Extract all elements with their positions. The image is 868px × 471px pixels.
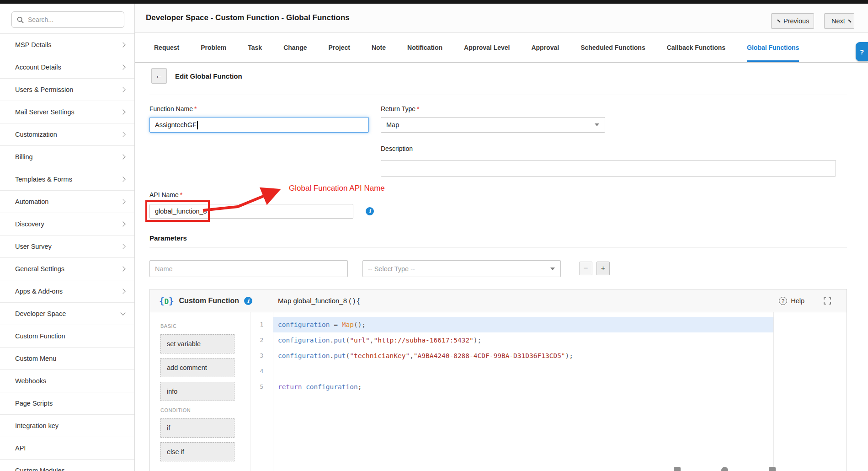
sidebar-item-label: Users & Permission — [15, 86, 121, 93]
remove-parameter-button[interactable]: − — [579, 262, 592, 275]
sidebar-item-billing[interactable]: Billing — [0, 146, 134, 168]
sidebar-item-integration-key[interactable]: Integration key — [0, 415, 134, 437]
tab-approval[interactable]: Approval — [531, 33, 559, 62]
add-parameter-button[interactable]: + — [596, 262, 610, 275]
editor-footer-icon[interactable] — [674, 467, 681, 471]
sidebar-item-users-permission[interactable]: Users & Permission — [0, 79, 134, 101]
sidebar-item-apps-add-ons[interactable]: Apps & Add-ons — [0, 280, 134, 303]
palette-btn-add-comment[interactable]: add comment — [160, 358, 234, 377]
code-line-1[interactable]: configuration = Map(); — [273, 317, 773, 332]
parameter-type-placeholder: -- Select Type -- — [368, 265, 415, 273]
tab-change[interactable]: Change — [283, 33, 307, 62]
help-ribbon-button[interactable]: ? — [856, 42, 868, 61]
sidebar-item-account-details[interactable]: Account Details — [0, 56, 134, 79]
code-token: "A9BA4240-8288-4CDF-99BA-D31D36F13CD5" — [414, 352, 565, 359]
custom-function-info-icon[interactable]: i — [244, 297, 252, 305]
sidebar-item-label: Custom Menu — [15, 355, 125, 362]
previous-button[interactable]: Previous — [771, 13, 814, 29]
description-label: Description — [381, 145, 413, 152]
return-type-select[interactable]: Map — [381, 117, 605, 133]
sidebar-item-mail-server-settings[interactable]: Mail Server Settings — [0, 101, 134, 123]
page-title: Developer Space - Custom Function - Glob… — [146, 13, 350, 22]
sidebar-item-page-scripts[interactable]: Page Scripts — [0, 392, 134, 415]
tab-scheduled-functions[interactable]: Scheduled Functions — [580, 33, 645, 62]
sidebar-item-label: User Survey — [15, 243, 121, 250]
code-token: ); — [474, 337, 481, 344]
tab-global-functions[interactable]: Global Functions — [747, 33, 799, 62]
code-line-2[interactable]: configuration.put("url","http://subha-16… — [273, 332, 773, 348]
tab-task[interactable]: Task — [248, 33, 262, 62]
sidebar-item-customization[interactable]: Customization — [0, 123, 134, 146]
sidebar-item-developer-space[interactable]: Developer Space — [0, 303, 134, 325]
back-button[interactable]: ← — [151, 68, 167, 84]
settings-sidebar: Search... MSP DetailsAccount DetailsUser… — [0, 4, 135, 471]
editor-help-label: Help — [791, 297, 804, 305]
sidebar-item-custom-modules[interactable]: Custom Modules — [0, 460, 134, 471]
parameter-name-input[interactable]: Name — [149, 260, 348, 277]
code-token: "url" — [350, 337, 370, 344]
tab-note[interactable]: Note — [372, 33, 386, 62]
sidebar-item-custom-menu[interactable]: Custom Menu — [0, 348, 134, 370]
code-token: "technicianKey" — [350, 352, 410, 359]
code-editor-area[interactable]: configuration = Map();configuration.put(… — [273, 312, 774, 471]
sidebar-item-general-settings[interactable]: General Settings — [0, 258, 134, 280]
sidebar-item-templates-forms[interactable]: Templates & Forms — [0, 168, 134, 191]
sidebar-item-custom-function[interactable]: Custom Function — [0, 325, 134, 348]
custom-function-icon: {D} — [159, 296, 174, 306]
search-icon — [17, 16, 24, 23]
tab-project[interactable]: Project — [328, 33, 350, 62]
api-name-info-icon[interactable]: i — [366, 207, 374, 215]
palette-btn-set-variable[interactable]: set variable — [160, 334, 234, 353]
fullscreen-expand-icon[interactable] — [824, 297, 831, 305]
palette-btn-info[interactable]: info — [160, 382, 234, 401]
code-line-5[interactable]: return configuration; — [273, 379, 773, 395]
parameters-heading: Parameters — [149, 234, 187, 242]
sidebar-search-input[interactable]: Search... — [11, 11, 124, 28]
function-name-input[interactable]: AssigntechGF — [149, 117, 369, 133]
tab-callback-functions[interactable]: Callback Functions — [667, 33, 725, 62]
editor-footer-icon[interactable] — [769, 467, 776, 471]
palette-btn-else-if[interactable]: else if — [160, 442, 234, 461]
top-browser-strip — [0, 0, 868, 4]
editor-footer-icon[interactable] — [721, 467, 728, 471]
sidebar-item-label: Webhooks — [15, 377, 125, 385]
palette-section-basic: BASIC — [160, 323, 250, 329]
page-header: Developer Space - Custom Function - Glob… — [135, 4, 868, 33]
editor-panel-header: {D} Custom Function i Map global_functio… — [150, 289, 847, 312]
sidebar-item-automation[interactable]: Automation — [0, 191, 134, 213]
sidebar-item-label: General Settings — [15, 265, 121, 273]
next-button-label: Next — [831, 17, 845, 25]
editor-help-button[interactable]: ? Help — [779, 297, 804, 305]
next-button[interactable]: Next — [824, 13, 854, 29]
sidebar-item-label: Integration key — [15, 422, 125, 429]
code-token: = — [330, 321, 342, 328]
code-line-4[interactable] — [273, 364, 773, 379]
function-signature: Map global_function_8 ( ) { — [278, 297, 359, 305]
api-name-input[interactable]: global_function_8 — [149, 204, 353, 219]
code-token: put — [334, 352, 346, 359]
line-number: 2 — [250, 332, 273, 348]
sidebar-item-label: Custom Modules — [15, 467, 125, 471]
tab-approval-level[interactable]: Approval Level — [464, 33, 510, 62]
parameter-name-placeholder: Name — [155, 265, 173, 273]
sidebar-menu: MSP DetailsAccount DetailsUsers & Permis… — [0, 33, 134, 471]
description-input[interactable] — [381, 160, 836, 177]
tab-notification[interactable]: Notification — [407, 33, 442, 62]
sidebar-item-label: Page Scripts — [15, 400, 125, 407]
sidebar-item-user-survey[interactable]: User Survey — [0, 236, 134, 258]
sidebar-item-webhooks[interactable]: Webhooks — [0, 370, 134, 392]
editor-right-space — [774, 312, 847, 471]
required-asterisk: * — [180, 191, 182, 198]
code-line-3[interactable]: configuration.put("technicianKey","A9BA4… — [273, 348, 773, 364]
code-token: configuration — [278, 321, 330, 328]
sidebar-item-api[interactable]: API — [0, 437, 134, 460]
parameter-type-select[interactable]: -- Select Type -- — [362, 260, 561, 277]
chevron-right-icon — [120, 132, 125, 137]
tab-request[interactable]: Request — [154, 33, 179, 62]
tab-problem[interactable]: Problem — [201, 33, 226, 62]
required-asterisk: * — [194, 105, 197, 112]
palette-btn-if[interactable]: if — [160, 418, 234, 438]
sidebar-item-discovery[interactable]: Discovery — [0, 213, 134, 236]
sidebar-item-msp-details[interactable]: MSP Details — [0, 34, 134, 56]
edit-global-function-title: Edit Global Function — [175, 72, 242, 80]
